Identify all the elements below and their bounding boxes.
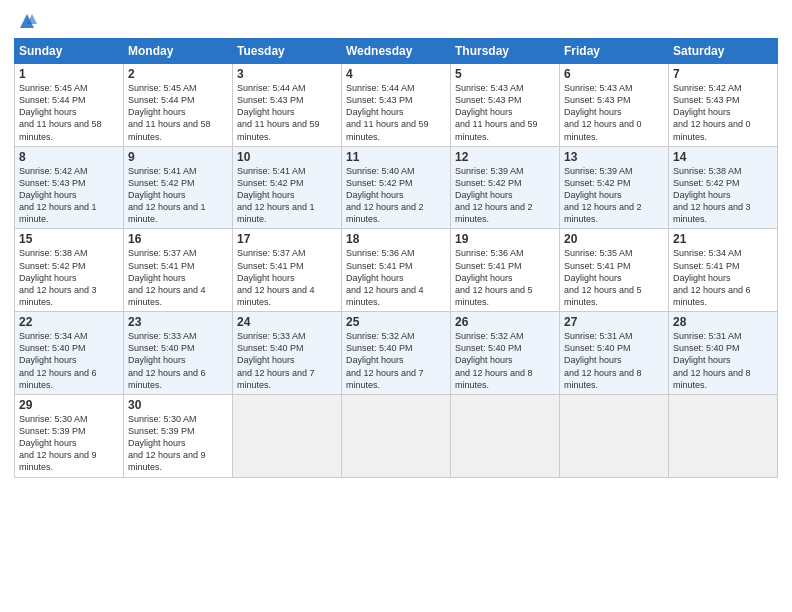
day-info: Sunrise: 5:38 AMSunset: 5:42 PMDaylight … <box>673 165 773 226</box>
calendar-cell: 8Sunrise: 5:42 AMSunset: 5:43 PMDaylight… <box>15 146 124 229</box>
day-info: Sunrise: 5:34 AMSunset: 5:40 PMDaylight … <box>19 330 119 391</box>
calendar-cell: 12Sunrise: 5:39 AMSunset: 5:42 PMDayligh… <box>451 146 560 229</box>
day-info: Sunrise: 5:42 AMSunset: 5:43 PMDaylight … <box>673 82 773 143</box>
calendar-cell <box>669 394 778 477</box>
day-number: 12 <box>455 150 555 164</box>
calendar-cell: 23Sunrise: 5:33 AMSunset: 5:40 PMDayligh… <box>124 312 233 395</box>
calendar-cell: 18Sunrise: 5:36 AMSunset: 5:41 PMDayligh… <box>342 229 451 312</box>
day-info: Sunrise: 5:37 AMSunset: 5:41 PMDaylight … <box>128 247 228 308</box>
day-info: Sunrise: 5:35 AMSunset: 5:41 PMDaylight … <box>564 247 664 308</box>
day-info: Sunrise: 5:31 AMSunset: 5:40 PMDaylight … <box>564 330 664 391</box>
day-number: 4 <box>346 67 446 81</box>
day-number: 28 <box>673 315 773 329</box>
day-info: Sunrise: 5:44 AMSunset: 5:43 PMDaylight … <box>237 82 337 143</box>
calendar-cell: 27Sunrise: 5:31 AMSunset: 5:40 PMDayligh… <box>560 312 669 395</box>
day-number: 6 <box>564 67 664 81</box>
day-number: 27 <box>564 315 664 329</box>
day-header-friday: Friday <box>560 39 669 64</box>
calendar-cell: 29Sunrise: 5:30 AMSunset: 5:39 PMDayligh… <box>15 394 124 477</box>
calendar-cell: 17Sunrise: 5:37 AMSunset: 5:41 PMDayligh… <box>233 229 342 312</box>
calendar-row-4: 29Sunrise: 5:30 AMSunset: 5:39 PMDayligh… <box>15 394 778 477</box>
day-number: 3 <box>237 67 337 81</box>
calendar-cell: 1Sunrise: 5:45 AMSunset: 5:44 PMDaylight… <box>15 64 124 147</box>
day-info: Sunrise: 5:41 AMSunset: 5:42 PMDaylight … <box>237 165 337 226</box>
day-info: Sunrise: 5:32 AMSunset: 5:40 PMDaylight … <box>346 330 446 391</box>
day-number: 15 <box>19 232 119 246</box>
calendar-header-row: SundayMondayTuesdayWednesdayThursdayFrid… <box>15 39 778 64</box>
day-header-monday: Monday <box>124 39 233 64</box>
calendar-cell: 3Sunrise: 5:44 AMSunset: 5:43 PMDaylight… <box>233 64 342 147</box>
day-number: 16 <box>128 232 228 246</box>
calendar-cell: 9Sunrise: 5:41 AMSunset: 5:42 PMDaylight… <box>124 146 233 229</box>
day-number: 23 <box>128 315 228 329</box>
day-number: 21 <box>673 232 773 246</box>
calendar-cell: 10Sunrise: 5:41 AMSunset: 5:42 PMDayligh… <box>233 146 342 229</box>
calendar-cell <box>560 394 669 477</box>
day-number: 19 <box>455 232 555 246</box>
day-number: 14 <box>673 150 773 164</box>
day-header-wednesday: Wednesday <box>342 39 451 64</box>
day-number: 2 <box>128 67 228 81</box>
calendar-row-3: 22Sunrise: 5:34 AMSunset: 5:40 PMDayligh… <box>15 312 778 395</box>
day-number: 24 <box>237 315 337 329</box>
day-number: 30 <box>128 398 228 412</box>
calendar-cell: 15Sunrise: 5:38 AMSunset: 5:42 PMDayligh… <box>15 229 124 312</box>
calendar-cell: 5Sunrise: 5:43 AMSunset: 5:43 PMDaylight… <box>451 64 560 147</box>
day-header-saturday: Saturday <box>669 39 778 64</box>
day-number: 13 <box>564 150 664 164</box>
day-number: 25 <box>346 315 446 329</box>
day-info: Sunrise: 5:34 AMSunset: 5:41 PMDaylight … <box>673 247 773 308</box>
day-info: Sunrise: 5:40 AMSunset: 5:42 PMDaylight … <box>346 165 446 226</box>
day-number: 22 <box>19 315 119 329</box>
calendar-cell: 11Sunrise: 5:40 AMSunset: 5:42 PMDayligh… <box>342 146 451 229</box>
day-number: 9 <box>128 150 228 164</box>
day-number: 29 <box>19 398 119 412</box>
day-info: Sunrise: 5:30 AMSunset: 5:39 PMDaylight … <box>19 413 119 474</box>
calendar-cell: 21Sunrise: 5:34 AMSunset: 5:41 PMDayligh… <box>669 229 778 312</box>
calendar-cell: 2Sunrise: 5:45 AMSunset: 5:44 PMDaylight… <box>124 64 233 147</box>
day-number: 10 <box>237 150 337 164</box>
day-number: 7 <box>673 67 773 81</box>
day-info: Sunrise: 5:32 AMSunset: 5:40 PMDaylight … <box>455 330 555 391</box>
day-number: 8 <box>19 150 119 164</box>
calendar-row-2: 15Sunrise: 5:38 AMSunset: 5:42 PMDayligh… <box>15 229 778 312</box>
day-info: Sunrise: 5:44 AMSunset: 5:43 PMDaylight … <box>346 82 446 143</box>
day-info: Sunrise: 5:41 AMSunset: 5:42 PMDaylight … <box>128 165 228 226</box>
calendar-row-0: 1Sunrise: 5:45 AMSunset: 5:44 PMDaylight… <box>15 64 778 147</box>
page-container: SundayMondayTuesdayWednesdayThursdayFrid… <box>0 0 792 488</box>
day-info: Sunrise: 5:39 AMSunset: 5:42 PMDaylight … <box>564 165 664 226</box>
day-header-thursday: Thursday <box>451 39 560 64</box>
day-info: Sunrise: 5:36 AMSunset: 5:41 PMDaylight … <box>455 247 555 308</box>
day-info: Sunrise: 5:33 AMSunset: 5:40 PMDaylight … <box>237 330 337 391</box>
calendar-cell: 14Sunrise: 5:38 AMSunset: 5:42 PMDayligh… <box>669 146 778 229</box>
day-number: 20 <box>564 232 664 246</box>
day-header-sunday: Sunday <box>15 39 124 64</box>
calendar-cell: 7Sunrise: 5:42 AMSunset: 5:43 PMDaylight… <box>669 64 778 147</box>
calendar-row-1: 8Sunrise: 5:42 AMSunset: 5:43 PMDaylight… <box>15 146 778 229</box>
logo-icon <box>16 10 38 32</box>
calendar-table: SundayMondayTuesdayWednesdayThursdayFrid… <box>14 38 778 478</box>
day-info: Sunrise: 5:31 AMSunset: 5:40 PMDaylight … <box>673 330 773 391</box>
calendar-cell: 16Sunrise: 5:37 AMSunset: 5:41 PMDayligh… <box>124 229 233 312</box>
day-info: Sunrise: 5:43 AMSunset: 5:43 PMDaylight … <box>564 82 664 143</box>
day-header-tuesday: Tuesday <box>233 39 342 64</box>
day-info: Sunrise: 5:45 AMSunset: 5:44 PMDaylight … <box>128 82 228 143</box>
calendar-cell: 28Sunrise: 5:31 AMSunset: 5:40 PMDayligh… <box>669 312 778 395</box>
day-info: Sunrise: 5:33 AMSunset: 5:40 PMDaylight … <box>128 330 228 391</box>
day-info: Sunrise: 5:45 AMSunset: 5:44 PMDaylight … <box>19 82 119 143</box>
calendar-cell <box>451 394 560 477</box>
calendar-cell: 4Sunrise: 5:44 AMSunset: 5:43 PMDaylight… <box>342 64 451 147</box>
calendar-cell: 30Sunrise: 5:30 AMSunset: 5:39 PMDayligh… <box>124 394 233 477</box>
day-info: Sunrise: 5:36 AMSunset: 5:41 PMDaylight … <box>346 247 446 308</box>
day-number: 1 <box>19 67 119 81</box>
header <box>14 10 778 32</box>
day-number: 17 <box>237 232 337 246</box>
calendar-cell: 26Sunrise: 5:32 AMSunset: 5:40 PMDayligh… <box>451 312 560 395</box>
day-info: Sunrise: 5:37 AMSunset: 5:41 PMDaylight … <box>237 247 337 308</box>
day-info: Sunrise: 5:38 AMSunset: 5:42 PMDaylight … <box>19 247 119 308</box>
day-info: Sunrise: 5:30 AMSunset: 5:39 PMDaylight … <box>128 413 228 474</box>
logo <box>14 14 38 32</box>
day-info: Sunrise: 5:43 AMSunset: 5:43 PMDaylight … <box>455 82 555 143</box>
day-number: 26 <box>455 315 555 329</box>
day-number: 5 <box>455 67 555 81</box>
